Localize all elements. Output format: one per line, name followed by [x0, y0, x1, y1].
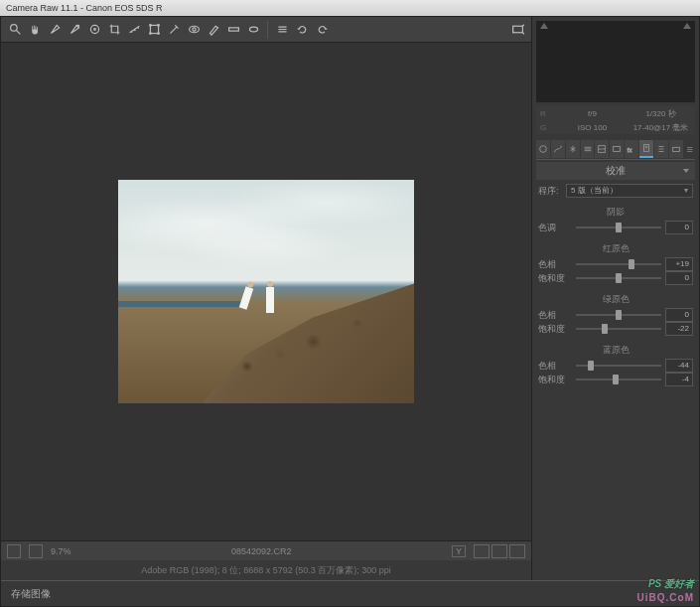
blue-hue-slider[interactable]: 色相 -44 [538, 359, 693, 373]
panel-title[interactable]: 校准 [536, 162, 695, 180]
main-row: 9.7% 08542092.CR2 Y Adobe RGB (1998); 8 … [1, 17, 699, 580]
green-sat-slider[interactable]: 饱和度 -22 [538, 322, 693, 336]
svg-point-12 [249, 27, 257, 32]
view-split-icon[interactable] [491, 544, 507, 558]
toggle-mark-icon[interactable] [7, 544, 21, 558]
red-hue-slider[interactable]: 色相 +19 [538, 257, 693, 271]
white-balance-tool-icon[interactable] [47, 22, 63, 38]
svg-point-3 [93, 29, 95, 31]
process-dropdown[interactable]: 5 版（当前） [566, 184, 693, 198]
panel-menu-icon[interactable]: ≡ [685, 143, 695, 155]
view-grid-icon[interactable] [509, 544, 525, 558]
zoom-level[interactable]: 9.7% [51, 546, 71, 556]
red-head: 红原色 [538, 242, 693, 255]
blue-head: 蓝原色 [538, 344, 693, 357]
tab-detail[interactable] [566, 140, 580, 158]
exif-aperture: f/9 [558, 109, 627, 118]
hand-tool-icon[interactable] [27, 22, 43, 38]
right-panel: document.write(Array.from({length:60},(_… [532, 17, 699, 580]
redeye-tool-icon[interactable] [186, 22, 202, 38]
spot-removal-tool-icon[interactable] [166, 22, 182, 38]
adjustment-brush-icon[interactable] [206, 22, 221, 38]
app-frame: 9.7% 08542092.CR2 Y Adobe RGB (1998); 8 … [0, 16, 700, 607]
radial-filter-icon[interactable] [245, 22, 261, 38]
exif-readout: R f/9 1/320 秒 G ISO 100 17-40@17 毫米 [536, 106, 695, 134]
graduated-filter-icon[interactable] [225, 22, 241, 38]
crop-tool-icon[interactable] [106, 22, 122, 38]
toolbar-separator [267, 21, 268, 39]
svg-point-10 [192, 28, 195, 31]
svg-rect-13 [512, 26, 522, 33]
target-adjust-tool-icon[interactable] [86, 22, 102, 38]
tab-presets[interactable] [654, 140, 668, 158]
svg-rect-11 [228, 28, 238, 31]
tab-basic[interactable] [536, 140, 550, 158]
svg-rect-4 [150, 25, 158, 33]
tab-snapshots[interactable] [669, 140, 683, 158]
svg-point-9 [189, 26, 199, 33]
top-toolbar [1, 17, 531, 43]
rotate-ccw-icon[interactable] [294, 22, 310, 38]
window-titlebar: Camera Raw 11.1 - Canon EOS 5DS R [0, 0, 700, 16]
rotate-cw-icon[interactable] [314, 22, 330, 38]
panel-tab-row: fx ≡ [536, 138, 695, 160]
canvas-status-bar: 9.7% 08542092.CR2 Y [1, 540, 531, 560]
green-hue-slider[interactable]: 色相 0 [538, 308, 693, 322]
svg-point-0 [10, 25, 17, 32]
red-sat-slider[interactable]: 饱和度 0 [538, 271, 693, 285]
process-label: 程序: [538, 185, 566, 198]
exif-shutter: 1/320 秒 [627, 108, 695, 119]
shadows-head: 阴影 [538, 206, 693, 219]
window-title: Camera Raw 11.1 - Canon EOS 5DS R [6, 3, 163, 13]
svg-rect-16 [614, 146, 621, 151]
dialog-footer: 存储图像 [1, 580, 699, 606]
toggle-mark-2-icon[interactable] [29, 544, 43, 558]
transform-tool-icon[interactable] [146, 22, 162, 38]
filename-label: 08542092.CR2 [231, 546, 292, 556]
left-pane: 9.7% 08542092.CR2 Y Adobe RGB (1998); 8 … [1, 17, 532, 580]
tab-fx[interactable]: fx [625, 140, 638, 158]
tab-curve[interactable] [551, 140, 565, 158]
view-single-icon[interactable] [474, 544, 490, 558]
histogram-body: document.write(Array.from({length:60},(_… [538, 29, 693, 100]
workflow-info-bar[interactable]: Adobe RGB (1998); 8 位; 8688 x 5792 (50.3… [1, 560, 531, 580]
tab-split[interactable] [595, 140, 609, 158]
view-mode-icons [474, 544, 525, 558]
exif-r-label: R [536, 109, 558, 118]
zoom-tool-icon[interactable] [7, 22, 23, 38]
straighten-tool-icon[interactable] [126, 22, 142, 38]
green-head: 绿原色 [538, 293, 693, 306]
shadows-tint-slider[interactable]: 色调 0 [538, 221, 693, 234]
save-image-button[interactable]: 存储图像 [11, 587, 51, 601]
before-after-icon[interactable]: Y [452, 545, 466, 557]
preview-toggle-icon[interactable] [509, 22, 525, 38]
tab-hsl[interactable] [581, 140, 595, 158]
color-sampler-tool-icon[interactable] [67, 22, 82, 38]
svg-text:fx: fx [628, 146, 632, 152]
image-canvas[interactable] [1, 43, 531, 540]
preferences-icon[interactable] [274, 22, 290, 38]
tab-calibration[interactable] [639, 140, 653, 158]
svg-point-14 [540, 145, 547, 152]
histogram[interactable]: document.write(Array.from({length:60},(_… [536, 21, 695, 102]
exif-g-label: G [536, 123, 558, 132]
svg-point-2 [90, 25, 98, 33]
exif-iso: ISO 100 [558, 123, 627, 132]
svg-point-19 [645, 146, 647, 148]
exif-lens: 17-40@17 毫米 [627, 122, 695, 133]
svg-rect-20 [672, 147, 679, 151]
tab-lens[interactable] [610, 140, 624, 158]
blue-sat-slider[interactable]: 饱和度 -4 [538, 373, 693, 386]
workflow-info-text: Adobe RGB (1998); 8 位; 8688 x 5792 (50.3… [11, 564, 521, 577]
preview-image [118, 180, 414, 403]
calibration-panel: 程序: 5 版（当前） 阴影 色调 0 红原色 色相 +19 饱和度 [536, 180, 695, 580]
